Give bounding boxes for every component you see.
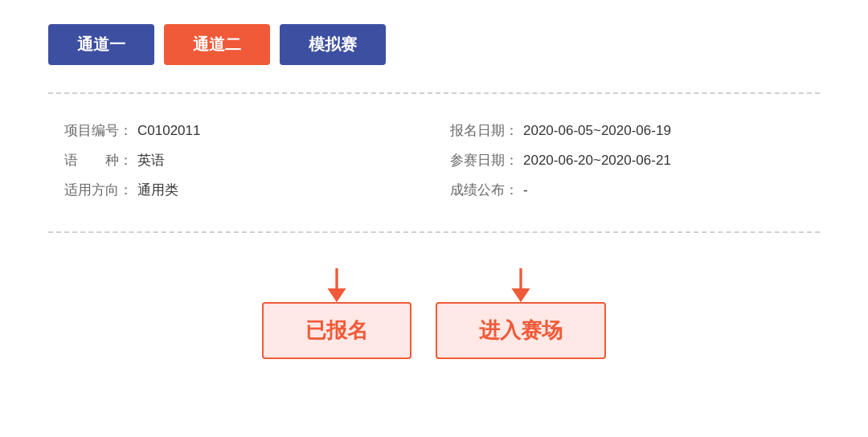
label-contest-date: 参赛日期：	[450, 151, 518, 169]
arrow-enter-arena-wrap	[506, 265, 535, 305]
enter-arena-button[interactable]: 进入赛场	[436, 302, 606, 359]
arrow-registered-icon	[322, 267, 351, 305]
bottom-divider	[48, 231, 820, 233]
registered-wrap: 已报名	[262, 265, 411, 359]
info-row-direction: 适用方向： 通用类	[64, 181, 418, 199]
value-contest-date: 2020-06-20~2020-06-21	[523, 153, 671, 169]
top-divider	[48, 92, 820, 94]
registered-button[interactable]: 已报名	[262, 302, 411, 359]
label-language: 语 种：	[64, 151, 133, 169]
value-signup-date: 2020-06-05~2020-06-19	[523, 123, 671, 139]
tab-channel-two[interactable]: 通道二	[164, 24, 270, 65]
info-row-language: 语 种： 英语	[64, 151, 418, 169]
info-row-contest-date: 参赛日期： 2020-06-20~2020-06-21	[450, 151, 804, 169]
value-direction: 通用类	[137, 181, 178, 199]
tab-simulation[interactable]: 模拟赛	[280, 24, 386, 65]
value-id: C0102011	[137, 123, 200, 139]
value-language: 英语	[137, 151, 165, 169]
label-id: 项目编号：	[64, 121, 133, 140]
label-signup-date: 报名日期：	[450, 121, 518, 140]
label-result-date: 成绩公布：	[450, 181, 518, 199]
enter-arena-wrap: 进入赛场	[436, 265, 606, 359]
arrow-enter-arena-icon	[506, 267, 535, 305]
info-row-id: 项目编号： C0102011	[64, 121, 418, 140]
label-direction: 适用方向：	[64, 181, 133, 199]
action-area: 已报名 进入赛场	[48, 265, 820, 359]
svg-marker-1	[327, 288, 346, 302]
tab-bar: 通道一 通道二 模拟赛	[48, 24, 820, 65]
info-row-signup-date: 报名日期： 2020-06-05~2020-06-19	[450, 121, 804, 140]
value-result-date: -	[523, 182, 528, 198]
tab-channel-one[interactable]: 通道一	[48, 24, 154, 65]
info-grid: 项目编号： C0102011 报名日期： 2020-06-05~2020-06-…	[48, 113, 820, 207]
info-row-result-date: 成绩公布： -	[450, 181, 804, 199]
arrow-registered-wrap	[322, 265, 351, 305]
svg-marker-3	[511, 288, 530, 302]
